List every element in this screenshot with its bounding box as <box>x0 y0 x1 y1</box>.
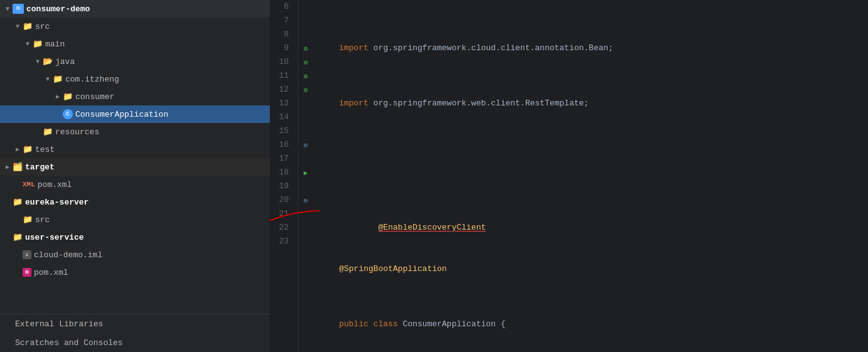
line-number: 13 <box>270 97 292 110</box>
gutter-cell <box>298 14 313 28</box>
java-class-icon: C <box>63 109 73 119</box>
gutter-cell: ▶ <box>298 166 313 179</box>
code-line-9: @EnableDiscoveryClient <box>319 207 868 221</box>
sidebar-item-consumer[interactable]: 📁 consumer <box>0 88 270 105</box>
line-number: 10 <box>270 55 292 69</box>
gutter-cell <box>298 207 313 221</box>
sidebar-item-java[interactable]: 📂 java <box>0 53 270 70</box>
folder-icon: 📁 <box>53 74 63 84</box>
folder-icon: 📁 <box>23 21 33 31</box>
line-number: 20 <box>270 193 292 207</box>
arrow-icon <box>3 163 13 171</box>
sidebar-item-com-itzheng[interactable]: 📁 com.itzheng <box>0 70 270 88</box>
sidebar-item-consumer-demo[interactable]: m consumer-demo <box>0 0 270 18</box>
gutter-cell <box>298 0 313 14</box>
gutter-cell <box>298 124 313 138</box>
sidebar-item-main[interactable]: 📁 main <box>0 35 270 53</box>
arrow-icon <box>43 76 53 83</box>
sidebar-item-label: user-service <box>25 233 84 242</box>
folder-icon: 📂 <box>43 56 53 67</box>
sidebar-item-external-libraries[interactable]: External Libraries <box>0 314 270 333</box>
gutter-cell: ⊖ <box>298 138 313 152</box>
code-line-10: @SpringBootApplication <box>319 262 868 276</box>
sidebar-item-label: pom.xml <box>38 180 72 189</box>
sidebar-item-resources[interactable]: 📁 resources <box>0 123 270 141</box>
line-numbers: 6 7 8 9 10 11 12 13 14 15 16 17 18 19 20… <box>270 0 298 352</box>
code-line-7: import org.springframework.web.client.Re… <box>319 97 868 110</box>
line-number: 7 <box>270 14 292 28</box>
sidebar-item-src[interactable]: 📁 src <box>0 18 270 35</box>
arrow-icon <box>13 146 23 153</box>
folder-icon: 📁 <box>13 197 23 207</box>
line-number: 19 <box>270 179 292 193</box>
sidebar-item-label: pom.xml <box>34 268 68 277</box>
sidebar-item-label: eureka-server <box>25 198 88 207</box>
line-number: 12 <box>270 83 292 97</box>
gutter-cell: ⊖ <box>298 193 313 207</box>
sidebar-item-pom-xml-1[interactable]: XML pom.xml <box>0 176 270 193</box>
sidebar-item-src2[interactable]: 📁 src <box>0 211 270 228</box>
folder-icon: 📁 <box>13 232 23 242</box>
arrow-icon <box>33 58 43 65</box>
file-tree: m consumer-demo 📁 src 📁 main 📂 java 📁 co… <box>0 0 270 352</box>
sidebar-item-label: consumer-demo <box>26 4 90 14</box>
line-number: 6 <box>270 0 292 14</box>
folder-icon: 📁 <box>63 92 73 102</box>
gutter-cell <box>298 221 313 235</box>
gutter-cell <box>298 110 313 124</box>
gutter-cell: ⚙ <box>298 69 313 83</box>
arrow-icon <box>13 23 23 30</box>
code-area[interactable]: 6 7 8 9 10 11 12 13 14 15 16 17 18 19 20… <box>270 0 868 352</box>
sidebar-item-target[interactable]: 🗂️ target <box>0 158 270 176</box>
line-number: 15 <box>270 124 292 138</box>
gutter-cell <box>298 235 313 248</box>
maven-icon: m <box>23 268 31 277</box>
iml-icon: i <box>23 250 31 259</box>
sidebar-item-cloud-demo-iml[interactable]: i cloud-demo.iml <box>0 246 270 264</box>
gutter-cell: ⚙ <box>298 55 313 69</box>
sidebar-item-label: External Libraries <box>15 319 103 329</box>
sidebar-item-user-service[interactable]: 📁 user-service <box>0 228 270 246</box>
code-line-6: import org.springframework.cloud.client.… <box>319 41 868 55</box>
xml-icon: XML <box>23 181 35 188</box>
sidebar-item-label: Scratches and Consoles <box>15 338 123 348</box>
code-content: import org.springframework.cloud.client.… <box>313 0 868 352</box>
gutter: ⚙ ⚙ ⚙ ⚙ ⊖ ▶ ⊖ <box>298 0 313 352</box>
gutter-cell: ⚙ <box>298 41 313 55</box>
gutter-cell: ⚙ <box>298 83 313 97</box>
folder-icon: 📁 <box>23 144 33 154</box>
sidebar-item-scratches-consoles[interactable]: Scratches and Consoles <box>0 333 270 352</box>
line-number: 17 <box>270 152 292 166</box>
line-number: 18 <box>270 166 292 179</box>
sidebar-item-label: com.itzheng <box>65 75 119 84</box>
sidebar-item-label: main <box>45 40 65 49</box>
module-icon: m <box>13 4 24 14</box>
line-number: 8 <box>270 28 292 41</box>
line-number: 14 <box>270 110 292 124</box>
sidebar-item-consumer-application[interactable]: C ConsumerApplication <box>0 105 270 123</box>
code-editor: 6 7 8 9 10 11 12 13 14 15 16 17 18 19 20… <box>270 0 868 352</box>
line-number: 21 <box>270 207 292 221</box>
sidebar-item-label: test <box>35 145 55 154</box>
code-line-8 <box>319 152 868 166</box>
folder-icon: 📁 <box>43 127 53 137</box>
folder-icon: 📁 <box>33 39 43 49</box>
sidebar-item-label: ConsumerApplication <box>75 110 168 119</box>
sidebar-item-pom-xml-2[interactable]: m pom.xml <box>0 264 270 281</box>
sidebar-item-label: src <box>35 215 50 225</box>
gutter-cell <box>298 28 313 41</box>
sidebar-item-test[interactable]: 📁 test <box>0 141 270 158</box>
sidebar-item-label: java <box>55 57 75 67</box>
line-number: 16 <box>270 138 292 152</box>
sidebar-item-label: src <box>35 22 50 31</box>
line-number: 11 <box>270 69 292 83</box>
gutter-cell <box>298 152 313 166</box>
line-number: 23 <box>270 235 292 248</box>
sidebar-item-label: target <box>25 163 55 172</box>
sidebar-item-label: cloud-demo.iml <box>34 250 102 260</box>
sidebar-bottom: External Libraries Scratches and Console… <box>0 314 270 352</box>
sidebar-item-eureka-server[interactable]: 📁 eureka-server <box>0 193 270 211</box>
arrow-icon <box>23 41 33 48</box>
folder-icon: 📁 <box>23 215 33 225</box>
sidebar-item-label: resources <box>55 127 99 137</box>
